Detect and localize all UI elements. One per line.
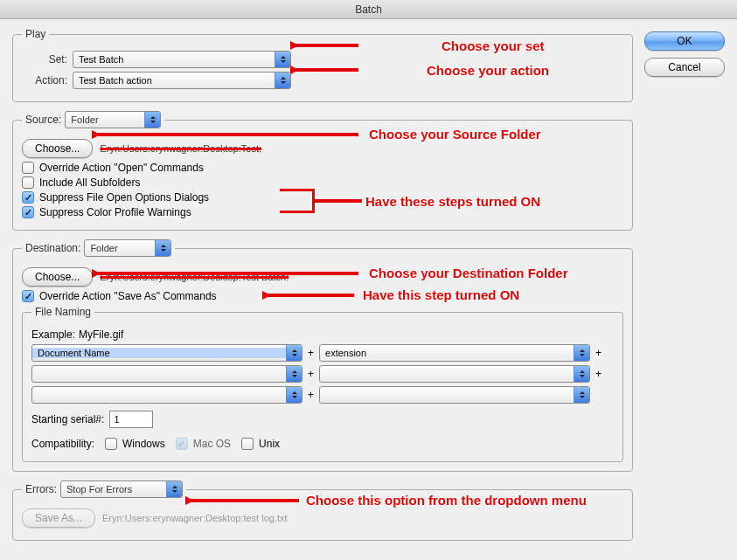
checkbox-icon <box>241 438 254 450</box>
chevron-updown-icon <box>574 366 589 382</box>
chevron-updown-icon <box>275 52 290 67</box>
naming-slot-2[interactable]: extension <box>319 344 590 362</box>
chevron-updown-icon <box>574 387 589 403</box>
error-log-path: Eryn:Users:erynwagner:Desktop:test log.t… <box>102 513 288 523</box>
plus-icon: + <box>594 368 603 380</box>
chevron-updown-icon <box>286 387 302 403</box>
naming-slot-1[interactable]: Document Name <box>31 344 302 362</box>
errors-label: Errors: <box>25 483 57 495</box>
naming-slot-5[interactable] <box>31 386 302 404</box>
checkbox-checked-icon <box>22 290 34 302</box>
file-naming-group: File Naming Example: MyFile.gif Document… <box>22 306 623 462</box>
errors-select[interactable]: Stop For Errors <box>60 480 183 498</box>
checkbox-checked-icon <box>22 191 34 204</box>
choose-dest-button[interactable]: Choose... <box>22 267 93 287</box>
compatibility-label: Compatibility: <box>31 438 94 450</box>
destination-select[interactable]: Folder <box>84 239 171 257</box>
compat-windows[interactable]: Windows <box>105 438 165 450</box>
action-label: Action: <box>22 74 73 86</box>
set-select[interactable]: Test Batch <box>73 51 291 68</box>
save-as-button: Save As... <box>22 508 95 528</box>
play-legend: Play <box>22 28 49 40</box>
choose-source-button[interactable]: Choose... <box>22 139 93 158</box>
chevron-updown-icon <box>286 345 302 361</box>
chevron-updown-icon <box>166 481 182 497</box>
chevron-updown-icon <box>155 240 170 256</box>
compat-unix[interactable]: Unix <box>241 438 280 450</box>
plus-icon: + <box>306 368 316 380</box>
override-open-row[interactable]: Override Action "Open" Commands <box>22 162 623 174</box>
example-value: MyFile.gif <box>79 328 123 341</box>
window-title: Batch <box>355 3 382 16</box>
suppress-open-row[interactable]: Suppress File Open Options Dialogs <box>22 191 623 204</box>
source-select[interactable]: Folder <box>65 111 161 128</box>
checkbox-checked-icon <box>22 206 34 218</box>
chevron-updown-icon <box>286 366 302 382</box>
action-select[interactable]: Test Batch action <box>73 72 291 89</box>
ok-button[interactable]: OK <box>644 31 725 51</box>
naming-slot-3[interactable] <box>31 365 302 383</box>
include-subfolders-row[interactable]: Include All Subfolders <box>22 176 623 189</box>
override-save-row[interactable]: Override Action "Save As" Commands <box>22 290 623 302</box>
example-label: Example: <box>31 328 75 341</box>
play-group: Play Set: Test Batch Action: Test Batch … <box>12 28 633 102</box>
checkbox-icon <box>22 162 34 174</box>
checkbox-icon <box>105 438 117 450</box>
plus-icon: + <box>594 347 603 359</box>
chevron-updown-icon <box>144 112 160 128</box>
checkbox-checked-icon <box>176 438 188 450</box>
starting-serial-input[interactable] <box>109 411 153 428</box>
destination-group: Destination: Folder Choose... Eryn:Users… <box>12 239 633 472</box>
source-label: Source: <box>25 114 61 126</box>
starting-serial-label: Starting serial#: <box>31 413 104 425</box>
chevron-updown-icon <box>275 73 290 88</box>
destination-label: Destination: <box>25 242 80 254</box>
checkbox-icon <box>22 176 34 189</box>
naming-slot-6[interactable] <box>319 386 590 404</box>
chevron-updown-icon <box>574 345 589 361</box>
naming-slot-4[interactable] <box>319 365 590 383</box>
cancel-button[interactable]: Cancel <box>644 58 725 77</box>
compat-mac: Mac OS <box>176 438 231 450</box>
source-path: Eryn:Users:erynwagner:Desktop:Test: <box>100 143 261 154</box>
plus-icon: + <box>306 347 316 359</box>
file-naming-legend: File Naming <box>31 306 94 318</box>
dest-path: Eryn:Users:erynwagner:Desktop:Test Batch… <box>100 272 289 282</box>
set-label: Set: <box>22 53 73 66</box>
errors-group: Errors: Stop For Errors Save As... Eryn:… <box>12 480 633 541</box>
source-group: Source: Folder Choose... Eryn:Users:eryn… <box>12 111 633 231</box>
plus-icon: + <box>306 389 316 401</box>
suppress-color-row[interactable]: Suppress Color Profile Warnings <box>22 206 623 218</box>
window-titlebar: Batch <box>0 0 737 19</box>
